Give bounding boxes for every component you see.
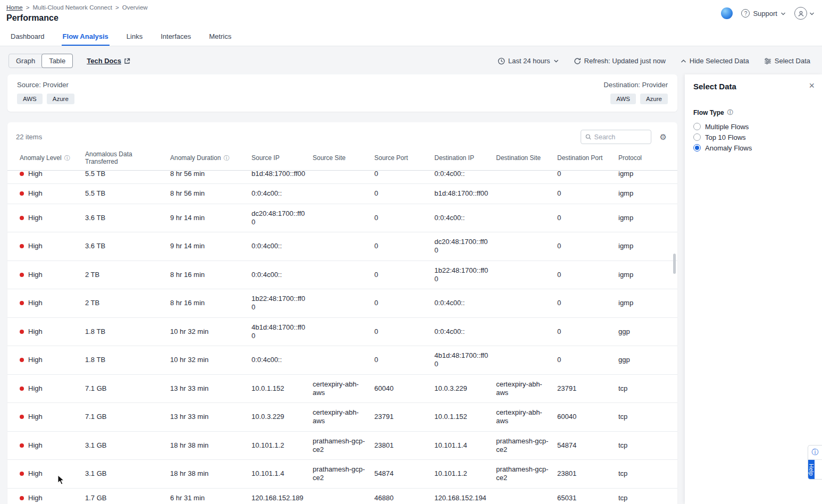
hide-selected-data-button[interactable]: Hide Selected Data (681, 57, 749, 65)
source-provider-chips: AWS Azure (17, 94, 74, 104)
breadcrumb-home[interactable]: Home (6, 4, 23, 11)
source-provider-label: Source: Provider (17, 81, 74, 89)
breadcrumb-current: Overview (122, 4, 148, 11)
col-source-ip: Source IP (251, 154, 280, 162)
destination-port-value: 0 (557, 171, 618, 178)
radio-multiple-flows[interactable]: Multiple Flows (693, 123, 813, 130)
breadcrumb-separator: > (26, 4, 30, 11)
breadcrumb-section[interactable]: Multi-Cloud Network Connect (32, 4, 112, 11)
table-settings-gear-icon[interactable]: ⚙ (660, 133, 667, 141)
provider-filter-card: Source: Provider AWS Azure Destination: … (7, 74, 677, 112)
tab-dashboard[interactable]: Dashboard (10, 28, 46, 46)
source-port-value: 54874 (374, 469, 434, 478)
tab-metrics[interactable]: Metrics (208, 28, 232, 46)
chip-destination-azure[interactable]: Azure (640, 94, 668, 104)
refresh-button[interactable]: Refresh: Updated just now (574, 57, 666, 65)
info-icon[interactable]: ⓘ (64, 154, 70, 162)
help-info-icon: ⓘ (808, 446, 822, 460)
destination-port-value: 0 (557, 299, 618, 307)
user-menu[interactable] (794, 7, 815, 20)
chip-source-azure[interactable]: Azure (47, 94, 74, 104)
destination-port-value: 0 (557, 214, 618, 222)
tab-links[interactable]: Links (125, 28, 144, 46)
destination-port-value: 23801 (557, 469, 618, 478)
table-row[interactable]: High 2 TB 8 hr 16 min 0:0:4c00:: 0 1b22:… (7, 261, 677, 290)
content-area: Graph Table Tech Docs Last 24 hours Refr… (0, 46, 822, 504)
protocol-value: tcp (618, 413, 677, 421)
view-toggle: Graph Table (9, 54, 73, 68)
radio-top-10-flows[interactable]: Top 10 Flows (693, 133, 813, 141)
table-row[interactable]: High 7.1 GB 13 hr 33 min 10.0.1.152 cert… (7, 375, 677, 404)
select-data-button[interactable]: Select Data (764, 57, 810, 65)
chip-source-aws[interactable]: AWS (17, 94, 43, 104)
protocol-value: ggp (618, 356, 677, 364)
info-icon[interactable]: ⓘ (223, 154, 229, 162)
data-transferred-value: 1.8 TB (85, 327, 170, 336)
protocol-value: igmp (618, 171, 677, 178)
table-scrollbar-thumb[interactable] (673, 254, 676, 274)
table-row[interactable]: High 1.7 GB 6 hr 31 min 120.168.152.189 … (7, 489, 677, 504)
chip-destination-aws[interactable]: AWS (610, 94, 636, 104)
tab-flow-analysis[interactable]: Flow Analysis (62, 28, 110, 46)
search-input[interactable] (594, 133, 647, 141)
anomaly-duration-value: 18 hr 38 min (170, 441, 251, 450)
protocol-value: igmp (618, 189, 677, 198)
chevron-up-icon (681, 59, 686, 63)
protocol-value: igmp (618, 299, 677, 307)
anomaly-level-value: High (28, 171, 43, 178)
data-transferred-value: 3.1 GB (85, 469, 170, 478)
table-row[interactable]: High 1.8 TB 10 hr 32 min 4b1d:48:1700::f… (7, 318, 677, 347)
radio-label: Anomaly Flows (705, 144, 752, 152)
protocol-value: tcp (618, 469, 677, 478)
table-row[interactable]: High 7.1 GB 13 hr 33 min 10.0.3.229 cert… (7, 403, 677, 432)
table-row[interactable]: High 1.8 TB 10 hr 32 min 0:0:4c00:: 0 4b… (7, 346, 677, 375)
radio-icon (693, 123, 701, 130)
anomaly-level-value: High (28, 189, 43, 198)
source-ip-value: 0:0:4c00:: (251, 242, 313, 250)
destination-ip-value: b1d:48:1700::ff00 (434, 189, 496, 198)
close-icon[interactable]: × (809, 81, 815, 90)
anomaly-level-dot (20, 358, 24, 362)
graph-view-button[interactable]: Graph (9, 54, 42, 68)
table-row[interactable]: High 3.1 GB 18 hr 38 min 10.101.1.2 prat… (7, 432, 677, 460)
table-row[interactable]: High 5.5 TB 8 hr 56 min b1d:48:1700::ff0… (7, 171, 677, 184)
table-row[interactable]: High 2 TB 8 hr 16 min 1b22:48:1700::ff00… (7, 289, 677, 318)
anomaly-level-value: High (28, 356, 43, 364)
destination-port-value: 0 (557, 327, 618, 336)
anomaly-duration-value: 9 hr 14 min (170, 214, 251, 222)
table-view-button[interactable]: Table (41, 54, 73, 68)
anomaly-level-dot (20, 273, 24, 277)
destination-ip-value: 0:0:4c00:: (434, 171, 496, 178)
col-anomaly-level: Anomaly Level (20, 154, 62, 162)
chevron-down-icon (553, 59, 559, 63)
table-body: High 5.5 TB 8 hr 56 min b1d:48:1700::ff0… (7, 171, 677, 504)
time-range-selector[interactable]: Last 24 hours (498, 57, 559, 65)
support-menu[interactable]: ? Support (741, 9, 786, 18)
table-row[interactable]: High 5.5 TB 8 hr 56 min 0:0:4c00:: 0 b1d… (7, 184, 677, 204)
chevron-down-icon (781, 12, 786, 15)
anomaly-level-value: High (28, 384, 43, 393)
anomaly-level-dot (20, 415, 24, 419)
table-row[interactable]: High 3.6 TB 9 hr 14 min 0:0:4c00:: 0 dc2… (7, 232, 677, 261)
search-icon (585, 133, 591, 140)
external-link-icon (124, 58, 130, 64)
table-row[interactable]: High 3.1 GB 18 hr 38 min 10.101.1.4 prat… (7, 460, 677, 489)
help-widget[interactable]: ⓘ Help (808, 445, 822, 480)
destination-port-value: 65031 (557, 494, 618, 502)
items-count: 22 items (16, 133, 42, 141)
info-icon[interactable]: ⓘ (727, 108, 733, 116)
refresh-label: Refresh: Updated just now (584, 57, 666, 65)
radio-label: Multiple Flows (705, 123, 749, 131)
destination-ip-value: 120.168.152.194 (434, 494, 496, 502)
source-port-value: 23791 (374, 413, 434, 421)
table-row[interactable]: High 3.6 TB 9 hr 14 min dc20:48:1700::ff… (7, 204, 677, 233)
destination-port-value: 54874 (557, 441, 618, 450)
toolbar: Graph Table Tech Docs Last 24 hours Refr… (0, 46, 822, 74)
tab-interfaces[interactable]: Interfaces (160, 28, 192, 46)
anomaly-level-dot (20, 301, 24, 305)
tech-docs-link[interactable]: Tech Docs (87, 57, 130, 65)
anomaly-level-dot (20, 172, 24, 176)
radio-anomaly-flows[interactable]: Anomaly Flows (693, 144, 813, 152)
source-ip-value: 0:0:4c00:: (251, 271, 313, 279)
destination-site-value: prathamesh-gcp-ce2 (496, 465, 557, 483)
